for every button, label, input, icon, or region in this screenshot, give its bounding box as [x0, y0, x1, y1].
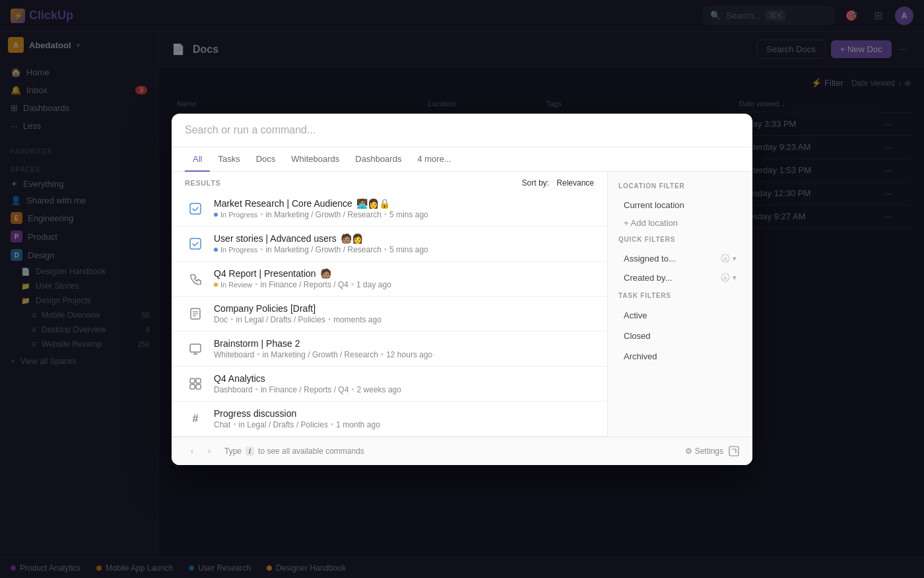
result-title-3: Q4 Report | Presentation 🧑🏽: [214, 268, 594, 279]
current-location-label: Current location: [624, 200, 684, 210]
result-item-4[interactable]: Company Policies [Draft] Doc • in Legal …: [172, 297, 607, 332]
modal-overlay[interactable]: All Tasks Docs Whiteboards Dashboards 4 …: [0, 0, 924, 578]
result-content-2: User stories | Advanced users 🧑🏽👩 In Pro…: [214, 233, 594, 254]
svg-text:A: A: [723, 256, 727, 262]
task-filter-archived[interactable]: Archived: [618, 347, 742, 366]
modal-results: RESULTS Sort by: Relevance Market Resear…: [172, 172, 607, 437]
result-meta-5: Whiteboard • in Marketing / Growth / Res…: [214, 350, 594, 359]
status-dot3: [214, 283, 218, 287]
result-icon-dashboard: [185, 373, 206, 394]
svg-text:A: A: [723, 275, 727, 281]
type-label: Type: [224, 447, 242, 456]
modal-footer: ‹ › Type / to see all available commands…: [172, 437, 752, 465]
nav-back[interactable]: ‹: [185, 444, 199, 458]
assigned-chevron: A ▾: [721, 254, 737, 263]
settings-label: Settings: [695, 447, 723, 456]
location-filter-label: LOCATION FILTER: [618, 182, 742, 190]
svg-rect-17: [729, 447, 739, 456]
assigned-to-filter[interactable]: Assigned to... A ▾: [618, 250, 742, 268]
result-item-6[interactable]: Q4 Analytics Dashboard • in Finance / Re…: [172, 367, 607, 402]
footer-hint: Type / to see all available commands: [224, 447, 364, 456]
tab-docs[interactable]: Docs: [248, 147, 284, 172]
modal-filter-sidebar: LOCATION FILTER Current location + Add l…: [607, 172, 752, 437]
quick-filters-label: QUICK FILTERS: [618, 236, 742, 243]
result-meta-3: In Review • in Finance / Reports / Q4 • …: [214, 280, 594, 289]
sort-by-text: Sort by:: [522, 178, 549, 188]
svg-rect-12: [196, 384, 201, 389]
tab-all[interactable]: All: [185, 147, 210, 172]
result-title-2: User stories | Advanced users 🧑🏽👩: [214, 233, 594, 244]
result-item-7[interactable]: # Progress discussion Chat • in Legal / …: [172, 402, 607, 437]
result-meta-1: In Progress • in Marketing / Growth / Re…: [214, 210, 594, 219]
footer-hint-text: to see all available commands: [258, 447, 364, 456]
result-content-7: Progress discussion Chat • in Legal / Dr…: [214, 408, 594, 429]
result-item-5[interactable]: Brainstorm | Phase 2 Whiteboard • in Mar…: [172, 332, 607, 367]
modal-tabs: All Tasks Docs Whiteboards Dashboards 4 …: [172, 147, 752, 172]
result-item-2[interactable]: User stories | Advanced users 🧑🏽👩 In Pro…: [172, 227, 607, 262]
result-title-1: Market Research | Core Audience 🧑🏽‍💻👩🔒: [214, 198, 594, 209]
svg-rect-6: [190, 344, 201, 352]
result-content-4: Company Policies [Draft] Doc • in Legal …: [214, 303, 594, 324]
result-meta-4: Doc • in Legal / Drafts / Policies • mom…: [214, 315, 594, 324]
current-location-filter[interactable]: Current location: [618, 196, 742, 214]
task-filter-closed[interactable]: Closed: [618, 326, 742, 345]
tab-dashboards[interactable]: Dashboards: [347, 147, 409, 172]
result-icon-task2: [185, 233, 206, 254]
assigned-to-label: Assigned to...: [624, 254, 676, 264]
svg-rect-0: [190, 203, 201, 214]
result-icon-doc: [185, 303, 206, 324]
modal-search-area: [172, 114, 752, 147]
result-icon-whiteboard: [185, 338, 206, 359]
tab-tasks[interactable]: Tasks: [210, 147, 248, 172]
nav-forward[interactable]: ›: [202, 444, 216, 458]
result-title-5: Brainstorm | Phase 2: [214, 338, 594, 349]
result-title-7: Progress discussion: [214, 408, 594, 419]
settings-button[interactable]: ⚙ Settings: [685, 447, 723, 456]
sort-by-control[interactable]: Sort by: Relevance: [522, 178, 594, 188]
result-content-5: Brainstorm | Phase 2 Whiteboard • in Mar…: [214, 338, 594, 359]
task-filter-active[interactable]: Active: [618, 306, 742, 325]
result-content-6: Q4 Analytics Dashboard • in Finance / Re…: [214, 373, 594, 394]
search-command-modal: All Tasks Docs Whiteboards Dashboards 4 …: [172, 114, 752, 465]
tab-whiteboards[interactable]: Whiteboards: [283, 147, 347, 172]
add-location-label: + Add location: [624, 218, 678, 228]
result-content-3: Q4 Report | Presentation 🧑🏽 In Review • …: [214, 268, 594, 289]
svg-rect-1: [190, 238, 201, 249]
status-dot: [214, 213, 218, 217]
nav-arrows: ‹ ›: [185, 444, 216, 458]
result-meta-7: Chat • in Legal / Drafts / Policies • 1 …: [214, 420, 594, 429]
results-header: RESULTS Sort by: Relevance: [172, 172, 607, 192]
result-meta-6: Dashboard • in Finance / Reports / Q4 • …: [214, 385, 594, 394]
result-icon-task: [185, 198, 206, 219]
tab-more[interactable]: 4 more...: [409, 147, 459, 172]
footer-right: ⚙ Settings: [685, 446, 739, 456]
result-icon-call: [185, 268, 206, 289]
created-by-filter[interactable]: Created by... A ▾: [618, 269, 742, 287]
task-filters-label: TASK FILTERS: [618, 292, 742, 299]
expand-icon[interactable]: [729, 446, 739, 456]
created-by-label: Created by...: [624, 273, 672, 283]
svg-rect-9: [190, 379, 195, 383]
status-dot2: [214, 248, 218, 252]
modal-body: RESULTS Sort by: Relevance Market Resear…: [172, 172, 752, 437]
svg-rect-10: [196, 379, 201, 383]
modal-search-input[interactable]: [185, 124, 739, 136]
result-item-1[interactable]: Market Research | Core Audience 🧑🏽‍💻👩🔒 I…: [172, 192, 607, 227]
results-label: RESULTS: [185, 179, 220, 187]
slash-key: /: [246, 447, 254, 456]
created-chevron: A ▾: [721, 273, 737, 282]
result-meta-2: In Progress • in Marketing / Growth / Re…: [214, 245, 594, 254]
result-icon-chat: #: [185, 408, 206, 429]
result-title-6: Q4 Analytics: [214, 373, 594, 384]
result-title-4: Company Policies [Draft]: [214, 303, 594, 314]
sort-value: Relevance: [556, 178, 594, 188]
svg-rect-11: [190, 384, 195, 389]
add-location-button[interactable]: + Add location: [618, 215, 742, 231]
result-content-1: Market Research | Core Audience 🧑🏽‍💻👩🔒 I…: [214, 198, 594, 219]
result-item-3[interactable]: Q4 Report | Presentation 🧑🏽 In Review • …: [172, 262, 607, 297]
gear-icon: ⚙: [685, 447, 692, 456]
